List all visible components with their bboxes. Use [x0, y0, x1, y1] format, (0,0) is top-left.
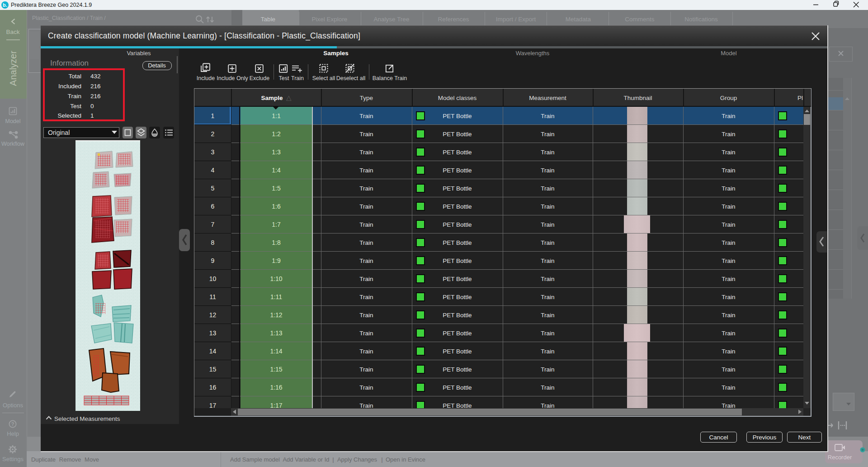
svg-text:b.: b.: [3, 2, 7, 8]
svg-text:?: ?: [11, 421, 14, 427]
